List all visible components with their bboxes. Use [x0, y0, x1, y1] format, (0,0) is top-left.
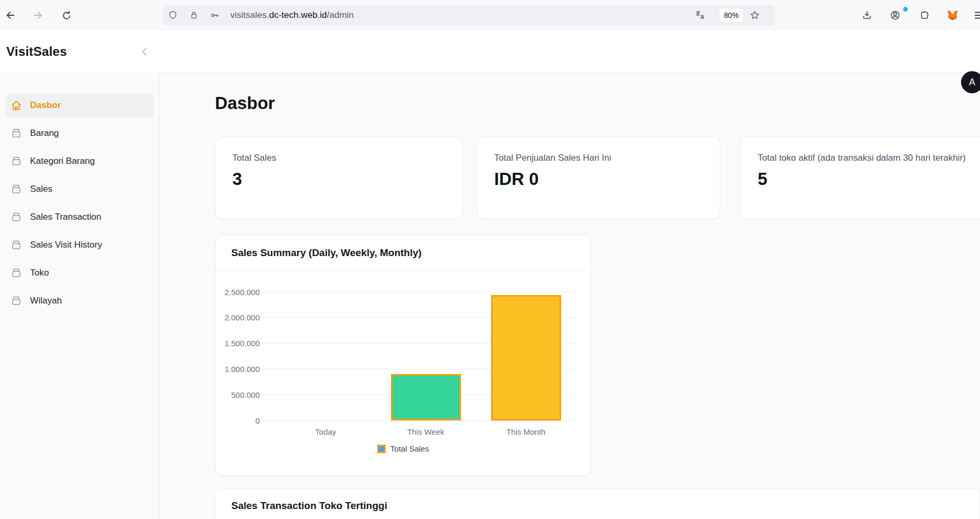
app-header: VisitSales A [0, 31, 980, 73]
forward-button[interactable] [30, 7, 46, 24]
back-arrow-icon [5, 9, 16, 21]
key-icon[interactable] [210, 10, 220, 21]
chart-plot: Total Sales 2.500.0002.000.0001.500.0001… [215, 270, 591, 475]
bookmark-star-icon[interactable] [749, 10, 760, 21]
download-icon [861, 10, 873, 21]
sidebar-item-label: Barang [30, 128, 59, 139]
lock-icon[interactable] [189, 10, 199, 21]
sidebar-item-label: Kategori Barang [30, 156, 95, 167]
archive-box-icon [10, 155, 23, 168]
axis-tick [260, 317, 264, 318]
archive-box-icon [10, 267, 23, 279]
axis-tick [260, 395, 264, 395]
sales-summary-card: Sales Summary (Daily, Weekly, Monthly) T… [215, 235, 591, 476]
sidebar-item-label: Dasbor [30, 100, 61, 111]
y-axis-tick-label: 2.000.000 [215, 313, 260, 322]
bar-this-week [391, 374, 461, 420]
axis-tick [260, 343, 264, 344]
axis-tick [260, 420, 264, 421]
reload-icon [61, 10, 72, 21]
stat-value: IDR 0 [494, 169, 703, 189]
reload-button[interactable] [58, 7, 75, 24]
bar-this-month [491, 295, 561, 420]
extensions-button[interactable] [916, 7, 933, 24]
archive-box-icon [10, 239, 23, 251]
gridline [264, 420, 575, 421]
url-text[interactable]: visitsales.dc-tech.web.id/admin [230, 5, 354, 26]
stat-card-total-sales: Total Sales 3 [215, 136, 463, 219]
x-axis-label: Today [283, 427, 368, 436]
back-button[interactable] [2, 7, 19, 24]
metamask-extension-button[interactable] [944, 7, 961, 24]
x-axis-label: This Week [384, 427, 468, 436]
browser-window: visitsales.dc-tech.web.id/admin A 80% [0, 0, 980, 519]
forward-arrow-icon [32, 9, 44, 21]
chart-legend[interactable]: Total Sales [215, 444, 591, 453]
archive-box-icon [10, 127, 23, 140]
x-axis-label: This Month [484, 427, 568, 436]
sidebar-item-sales[interactable]: Sales [5, 177, 154, 201]
home-icon [10, 99, 23, 112]
sidebar-item-label: Sales Transaction [30, 212, 101, 222]
sales-transaction-toko-card: Sales Transaction Toko Tertinggi [215, 488, 980, 519]
account-button[interactable] [887, 7, 904, 24]
stat-value: 3 [232, 169, 445, 189]
puzzle-icon [919, 10, 930, 21]
zoom-level-badge[interactable]: 80% [719, 8, 743, 22]
sidebar-collapse-button[interactable] [138, 45, 151, 58]
archive-box-icon [10, 295, 23, 307]
legend-marker [377, 445, 386, 453]
account-icon [889, 9, 901, 21]
menu-button[interactable] [971, 7, 980, 24]
url-subdomain: visitsales. [230, 10, 269, 21]
bottom-card-title: Sales Transaction Toko Tertinggi [215, 488, 979, 519]
y-axis-tick-label: 500.000 [215, 390, 260, 399]
stat-value: 5 [758, 169, 971, 189]
legend-label: Total Sales [390, 444, 429, 453]
stat-card-total-penjualan: Total Penjualan Sales Hari Ini IDR 0 [477, 136, 720, 219]
archive-box-icon [10, 211, 23, 223]
sidebar-item-kategori-barang[interactable]: Kategori Barang [5, 149, 154, 173]
stat-label: Total Sales [232, 152, 445, 163]
sidebar-item-toko[interactable]: Toko [5, 261, 154, 285]
downloads-button[interactable] [858, 7, 875, 24]
url-bar[interactable]: visitsales.dc-tech.web.id/admin A 80% [163, 5, 775, 26]
avatar-initial: A [969, 77, 975, 88]
axis-tick [260, 292, 264, 292]
svg-text:A: A [700, 14, 704, 20]
sidebar-item-barang[interactable]: Barang [5, 121, 154, 145]
page-title: Dasbor [215, 93, 275, 113]
sidebar: DasborBarangKategori BarangSalesSales Tr… [0, 73, 160, 519]
sidebar-item-label: Wilayah [30, 296, 62, 306]
stat-label: Total toko aktif (ada transaksi dalam 30… [758, 152, 971, 163]
sidebar-item-label: Sales Visit History [30, 240, 102, 250]
y-axis-tick-label: 2.500.000 [215, 287, 260, 296]
archive-box-icon [10, 183, 23, 195]
hamburger-icon [973, 9, 980, 22]
sidebar-item-dasbor[interactable]: Dasbor [5, 93, 154, 117]
chart-title: Sales Summary (Daily, Weekly, Monthly) [215, 236, 591, 270]
axis-tick [260, 369, 264, 369]
sidebar-item-label: Toko [30, 268, 49, 278]
chevron-left-icon [141, 47, 148, 56]
sidebar-item-sales-visit-history[interactable]: Sales Visit History [5, 233, 154, 257]
y-axis-tick-label: 1.500.000 [215, 339, 260, 348]
url-domain: dc-tech.web.id [269, 10, 327, 21]
stat-label: Total Penjualan Sales Hari Ini [494, 152, 703, 163]
y-axis-tick-label: 1.000.000 [215, 365, 260, 374]
user-avatar[interactable]: A [961, 71, 980, 93]
sidebar-item-sales-transaction[interactable]: Sales Transaction [5, 205, 154, 229]
account-notification-dot [902, 6, 909, 13]
y-axis-tick-label: 0 [215, 416, 260, 425]
url-path: /admin [327, 10, 354, 21]
app-logo: VisitSales [6, 31, 67, 73]
stat-card-toko-aktif: Total toko aktif (ada transaksi dalam 30… [740, 136, 980, 219]
gridline [264, 292, 575, 292]
shield-icon[interactable] [168, 10, 178, 21]
browser-toolbar: visitsales.dc-tech.web.id/admin A 80% [0, 0, 980, 31]
sidebar-item-wilayah[interactable]: Wilayah [5, 289, 154, 313]
sidebar-item-label: Sales [30, 184, 53, 194]
translate-icon[interactable]: A [694, 9, 706, 21]
metamask-fox-icon [946, 9, 959, 22]
